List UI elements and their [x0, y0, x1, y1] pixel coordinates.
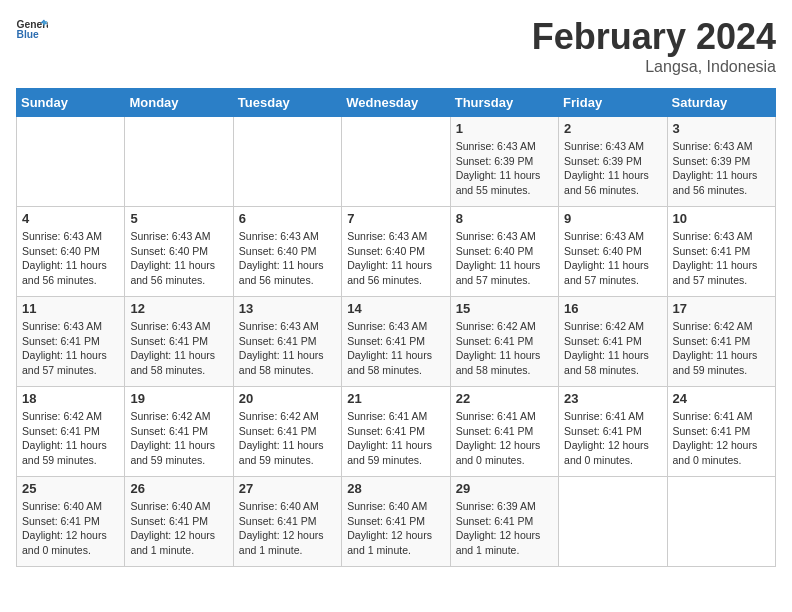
- cell-info: Sunrise: 6:40 AMSunset: 6:41 PMDaylight:…: [347, 499, 444, 558]
- day-number: 12: [130, 301, 227, 316]
- calendar-cell: 14Sunrise: 6:43 AMSunset: 6:41 PMDayligh…: [342, 297, 450, 387]
- day-number: 21: [347, 391, 444, 406]
- calendar-cell: 6Sunrise: 6:43 AMSunset: 6:40 PMDaylight…: [233, 207, 341, 297]
- col-header-thursday: Thursday: [450, 89, 558, 117]
- day-number: 24: [673, 391, 770, 406]
- cell-info: Sunrise: 6:42 AMSunset: 6:41 PMDaylight:…: [564, 319, 661, 378]
- calendar-cell: 28Sunrise: 6:40 AMSunset: 6:41 PMDayligh…: [342, 477, 450, 567]
- col-header-saturday: Saturday: [667, 89, 775, 117]
- day-number: 15: [456, 301, 553, 316]
- cell-info: Sunrise: 6:40 AMSunset: 6:41 PMDaylight:…: [130, 499, 227, 558]
- calendar-cell: 1Sunrise: 6:43 AMSunset: 6:39 PMDaylight…: [450, 117, 558, 207]
- title-section: February 2024 Langsa, Indonesia: [532, 16, 776, 76]
- svg-text:Blue: Blue: [17, 29, 40, 40]
- calendar-cell: 21Sunrise: 6:41 AMSunset: 6:41 PMDayligh…: [342, 387, 450, 477]
- week-row-3: 11Sunrise: 6:43 AMSunset: 6:41 PMDayligh…: [17, 297, 776, 387]
- week-row-5: 25Sunrise: 6:40 AMSunset: 6:41 PMDayligh…: [17, 477, 776, 567]
- day-number: 28: [347, 481, 444, 496]
- calendar-cell: 16Sunrise: 6:42 AMSunset: 6:41 PMDayligh…: [559, 297, 667, 387]
- page-container: General Blue February 2024 Langsa, Indon…: [16, 16, 776, 567]
- cell-info: Sunrise: 6:43 AMSunset: 6:40 PMDaylight:…: [239, 229, 336, 288]
- col-header-friday: Friday: [559, 89, 667, 117]
- calendar-cell: 8Sunrise: 6:43 AMSunset: 6:40 PMDaylight…: [450, 207, 558, 297]
- col-header-tuesday: Tuesday: [233, 89, 341, 117]
- day-number: 18: [22, 391, 119, 406]
- calendar-cell: 9Sunrise: 6:43 AMSunset: 6:40 PMDaylight…: [559, 207, 667, 297]
- calendar-cell: 29Sunrise: 6:39 AMSunset: 6:41 PMDayligh…: [450, 477, 558, 567]
- day-number: 19: [130, 391, 227, 406]
- day-number: 5: [130, 211, 227, 226]
- day-number: 11: [22, 301, 119, 316]
- col-header-sunday: Sunday: [17, 89, 125, 117]
- cell-info: Sunrise: 6:43 AMSunset: 6:39 PMDaylight:…: [564, 139, 661, 198]
- col-header-monday: Monday: [125, 89, 233, 117]
- calendar-cell: 22Sunrise: 6:41 AMSunset: 6:41 PMDayligh…: [450, 387, 558, 477]
- calendar-cell: [667, 477, 775, 567]
- cell-info: Sunrise: 6:43 AMSunset: 6:40 PMDaylight:…: [564, 229, 661, 288]
- cell-info: Sunrise: 6:42 AMSunset: 6:41 PMDaylight:…: [456, 319, 553, 378]
- calendar-cell: [125, 117, 233, 207]
- week-row-4: 18Sunrise: 6:42 AMSunset: 6:41 PMDayligh…: [17, 387, 776, 477]
- calendar-cell: 10Sunrise: 6:43 AMSunset: 6:41 PMDayligh…: [667, 207, 775, 297]
- calendar-cell: 25Sunrise: 6:40 AMSunset: 6:41 PMDayligh…: [17, 477, 125, 567]
- calendar-cell: 19Sunrise: 6:42 AMSunset: 6:41 PMDayligh…: [125, 387, 233, 477]
- calendar-cell: [559, 477, 667, 567]
- calendar-cell: 11Sunrise: 6:43 AMSunset: 6:41 PMDayligh…: [17, 297, 125, 387]
- day-number: 7: [347, 211, 444, 226]
- day-number: 3: [673, 121, 770, 136]
- day-number: 10: [673, 211, 770, 226]
- cell-info: Sunrise: 6:43 AMSunset: 6:41 PMDaylight:…: [239, 319, 336, 378]
- week-row-1: 1Sunrise: 6:43 AMSunset: 6:39 PMDaylight…: [17, 117, 776, 207]
- day-number: 29: [456, 481, 553, 496]
- cell-info: Sunrise: 6:42 AMSunset: 6:41 PMDaylight:…: [239, 409, 336, 468]
- cell-info: Sunrise: 6:41 AMSunset: 6:41 PMDaylight:…: [673, 409, 770, 468]
- col-header-wednesday: Wednesday: [342, 89, 450, 117]
- calendar-cell: 24Sunrise: 6:41 AMSunset: 6:41 PMDayligh…: [667, 387, 775, 477]
- calendar-cell: 23Sunrise: 6:41 AMSunset: 6:41 PMDayligh…: [559, 387, 667, 477]
- calendar-cell: 5Sunrise: 6:43 AMSunset: 6:40 PMDaylight…: [125, 207, 233, 297]
- calendar-cell: 2Sunrise: 6:43 AMSunset: 6:39 PMDaylight…: [559, 117, 667, 207]
- calendar-cell: 17Sunrise: 6:42 AMSunset: 6:41 PMDayligh…: [667, 297, 775, 387]
- day-number: 23: [564, 391, 661, 406]
- day-number: 13: [239, 301, 336, 316]
- cell-info: Sunrise: 6:43 AMSunset: 6:39 PMDaylight:…: [456, 139, 553, 198]
- day-number: 17: [673, 301, 770, 316]
- cell-info: Sunrise: 6:43 AMSunset: 6:40 PMDaylight:…: [130, 229, 227, 288]
- header-row: SundayMondayTuesdayWednesdayThursdayFrid…: [17, 89, 776, 117]
- day-number: 8: [456, 211, 553, 226]
- calendar-cell: 18Sunrise: 6:42 AMSunset: 6:41 PMDayligh…: [17, 387, 125, 477]
- cell-info: Sunrise: 6:39 AMSunset: 6:41 PMDaylight:…: [456, 499, 553, 558]
- day-number: 27: [239, 481, 336, 496]
- cell-info: Sunrise: 6:43 AMSunset: 6:41 PMDaylight:…: [347, 319, 444, 378]
- calendar-cell: [17, 117, 125, 207]
- cell-info: Sunrise: 6:40 AMSunset: 6:41 PMDaylight:…: [22, 499, 119, 558]
- week-row-2: 4Sunrise: 6:43 AMSunset: 6:40 PMDaylight…: [17, 207, 776, 297]
- cell-info: Sunrise: 6:42 AMSunset: 6:41 PMDaylight:…: [130, 409, 227, 468]
- calendar-cell: [342, 117, 450, 207]
- calendar-cell: 4Sunrise: 6:43 AMSunset: 6:40 PMDaylight…: [17, 207, 125, 297]
- cell-info: Sunrise: 6:43 AMSunset: 6:40 PMDaylight:…: [347, 229, 444, 288]
- main-title: February 2024: [532, 16, 776, 58]
- cell-info: Sunrise: 6:42 AMSunset: 6:41 PMDaylight:…: [22, 409, 119, 468]
- day-number: 1: [456, 121, 553, 136]
- cell-info: Sunrise: 6:41 AMSunset: 6:41 PMDaylight:…: [347, 409, 444, 468]
- calendar-cell: 12Sunrise: 6:43 AMSunset: 6:41 PMDayligh…: [125, 297, 233, 387]
- calendar-cell: 27Sunrise: 6:40 AMSunset: 6:41 PMDayligh…: [233, 477, 341, 567]
- day-number: 16: [564, 301, 661, 316]
- calendar-cell: 26Sunrise: 6:40 AMSunset: 6:41 PMDayligh…: [125, 477, 233, 567]
- cell-info: Sunrise: 6:42 AMSunset: 6:41 PMDaylight:…: [673, 319, 770, 378]
- cell-info: Sunrise: 6:41 AMSunset: 6:41 PMDaylight:…: [564, 409, 661, 468]
- calendar-cell: 13Sunrise: 6:43 AMSunset: 6:41 PMDayligh…: [233, 297, 341, 387]
- cell-info: Sunrise: 6:43 AMSunset: 6:40 PMDaylight:…: [456, 229, 553, 288]
- calendar-cell: 20Sunrise: 6:42 AMSunset: 6:41 PMDayligh…: [233, 387, 341, 477]
- day-number: 26: [130, 481, 227, 496]
- subtitle: Langsa, Indonesia: [532, 58, 776, 76]
- logo: General Blue: [16, 16, 48, 44]
- day-number: 4: [22, 211, 119, 226]
- day-number: 6: [239, 211, 336, 226]
- calendar-cell: 15Sunrise: 6:42 AMSunset: 6:41 PMDayligh…: [450, 297, 558, 387]
- day-number: 9: [564, 211, 661, 226]
- cell-info: Sunrise: 6:43 AMSunset: 6:40 PMDaylight:…: [22, 229, 119, 288]
- day-number: 25: [22, 481, 119, 496]
- cell-info: Sunrise: 6:43 AMSunset: 6:41 PMDaylight:…: [673, 229, 770, 288]
